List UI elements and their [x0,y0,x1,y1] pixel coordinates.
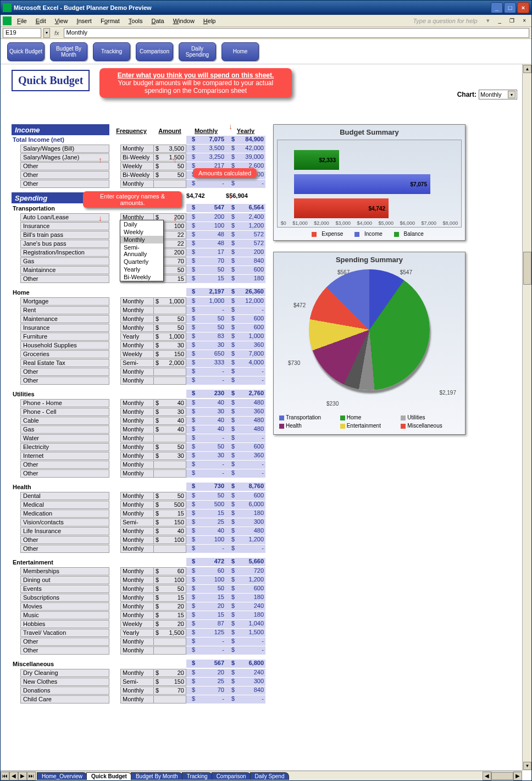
scroll-thumb[interactable] [523,252,531,285]
scroll-up[interactable]: ▲ [523,65,531,73]
amount-cell[interactable] [153,376,186,385]
data-row[interactable]: Other Monthly $- $- [12,367,265,376]
data-row[interactable]: Salary/Wages (Jane) Bi-Weekly $1,500 $3,… [12,153,265,162]
menu-help[interactable]: Help [200,16,219,25]
amount-cell[interactable] [153,638,186,646]
amount-cell[interactable] [153,180,186,188]
amount-cell[interactable]: $15 [153,594,186,602]
amount-cell[interactable] [153,695,186,704]
menu-insert[interactable]: Insert [73,16,95,25]
item-name[interactable]: Household Supplies [20,341,109,350]
data-row[interactable]: Music Monthly $15 $15 $180 [12,611,265,619]
item-name[interactable]: Child Care [20,695,109,704]
data-row[interactable]: Other Monthly $- $- [12,469,265,478]
amount-cell[interactable] [153,646,186,655]
amount-cell[interactable]: $40 [153,399,186,407]
sheet-tab[interactable]: Tracking [182,772,213,780]
dropdown-option[interactable]: Yearly [120,265,163,273]
item-name[interactable]: Medical [20,501,109,509]
data-row[interactable]: Phone - Home Monthly $40 $40 $480 [12,398,265,407]
worksheet[interactable]: Quick Budget Enter what you think you wi… [1,64,531,780]
doc-restore[interactable]: ❐ [506,16,518,25]
help-search[interactable]: Type a question for help [221,16,480,25]
data-row[interactable]: Events Monthly $50 $50 $600 [12,584,265,593]
amount-cell[interactable]: $1,500 [153,629,186,637]
item-name[interactable]: Vision/contacts [20,518,109,527]
data-row[interactable]: Subscriptions Monthly $15 $15 $180 [12,593,265,602]
item-name[interactable]: Water [20,434,109,442]
data-row[interactable]: Gas Monthly $40 $40 $480 [12,425,265,434]
name-box[interactable]: E19 [3,28,41,38]
data-row[interactable]: Donations Monthly $70 $70 $840 [12,686,265,695]
data-row[interactable]: Dental Monthly $50 $50 $600 [12,491,265,500]
amount-cell[interactable]: $1,000 [153,297,186,306]
item-name[interactable]: Other [20,162,109,170]
item-name[interactable]: Rent [20,306,109,314]
data-row[interactable]: Real Estate Tax Semi-Annually $2,000 $33… [12,358,265,367]
frequency-dropdown[interactable]: DailyWeeklyMonthlySemi-AnnuallyQuarterly… [120,220,164,281]
item-name[interactable]: Maintenance [20,315,109,323]
item-name[interactable]: Memberships [20,567,109,575]
item-name[interactable]: Mortgage [20,297,109,306]
data-row[interactable]: Maintenance Monthly $50 $50 $600 [12,314,265,323]
tab-next[interactable]: ▶ [18,772,27,780]
item-name[interactable]: Music [20,611,109,619]
item-name[interactable]: Dental [20,492,109,500]
data-row[interactable]: Other Monthly $- $- [12,460,265,469]
amount-cell[interactable]: $50 [153,324,186,332]
amount-cell[interactable]: $150 [153,518,186,527]
amount-cell[interactable]: $20 [153,669,186,677]
amount-cell[interactable]: $1,500 [153,153,186,162]
item-name[interactable]: Insurance [20,222,109,230]
menu-data[interactable]: Data [148,16,167,25]
item-name[interactable]: Other [20,536,109,544]
data-row[interactable]: Other Monthly $- $- [12,376,265,385]
data-row[interactable]: Other Monthly $- $- [12,544,265,553]
name-box-dropdown[interactable]: ▾ [43,28,50,38]
amount-cell[interactable]: $150 [153,678,186,686]
amount-cell[interactable] [153,306,186,314]
hscroll-thumb[interactable] [491,772,513,780]
dropdown-option[interactable]: Monthly [120,236,163,243]
item-name[interactable]: Salary/Wages (Jane) [20,153,109,162]
app-icon[interactable] [3,16,12,25]
amount-cell[interactable]: $15 [153,509,186,518]
item-name[interactable]: Other [20,376,109,385]
item-name[interactable]: Other [20,646,109,655]
amount-cell[interactable]: $30 [153,452,186,460]
amount-cell[interactable]: $50 [153,492,186,500]
menu-format[interactable]: Format [97,16,123,25]
amount-cell[interactable] [153,469,186,478]
tab-last[interactable]: ⏭ [27,772,36,780]
data-row[interactable]: New Clothes Semi-Annually $150 $25 $300 [12,677,265,686]
scroll-right[interactable]: ▶ [513,772,522,780]
nav-quick-budget[interactable]: Quick Budget [7,42,45,61]
item-name[interactable]: Movies [20,602,109,611]
nav-budget-by-month[interactable]: Budget By Month [50,42,87,61]
dropdown-option[interactable]: Bi-Weekly [120,273,163,281]
item-name[interactable]: Cable [20,417,109,425]
data-row[interactable]: Hobbies Weekly $20 $87 $1,040 [12,619,265,628]
item-name[interactable]: Other [20,180,109,188]
amount-cell[interactable] [153,434,186,442]
amount-cell[interactable]: $30 [153,408,186,416]
amount-cell[interactable]: $15 [153,611,186,619]
data-row[interactable]: Household Supplies Monthly $30 $30 $360 [12,341,265,350]
item-name[interactable]: Dining out [20,576,109,584]
amount-cell[interactable]: $50 [153,162,186,170]
item-name[interactable]: Hobbies [20,620,109,628]
data-row[interactable]: Mortgage Monthly $1,000 $1,000 $12,000 [12,297,265,306]
item-name[interactable]: Life Insurance [20,527,109,535]
dropdown-option[interactable]: Quarterly [120,258,163,265]
data-row[interactable]: Movies Monthly $20 $20 $240 [12,602,265,611]
item-name[interactable]: Salary/Wages (Bill) [20,145,109,153]
data-row[interactable]: Life Insurance Monthly $40 $40 $480 [12,527,265,535]
amount-cell[interactable]: $2,000 [153,359,186,367]
amount-cell[interactable] [153,545,186,553]
dropdown-option[interactable]: Weekly [120,228,163,236]
tab-prev[interactable]: ◀ [9,772,18,780]
amount-cell[interactable]: $3,500 [153,145,186,153]
item-name[interactable]: Other [20,171,109,179]
menu-window[interactable]: Window [170,16,198,25]
item-name[interactable]: Other [20,638,109,646]
